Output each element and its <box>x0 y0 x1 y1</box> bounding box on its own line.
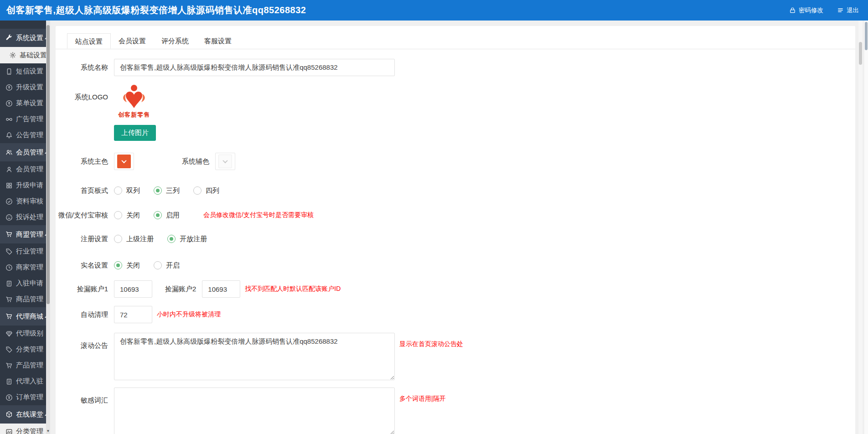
home-layout-row: 首页板式 双列 三列 四列 <box>56 185 855 196</box>
sidebar-item-classroom-category-management[interactable]: 分类管理 <box>0 424 50 434</box>
cube-icon <box>5 411 13 418</box>
cart-icon <box>5 313 13 320</box>
sidebar-item-entry-application[interactable]: 入驻申请 <box>0 275 50 291</box>
fallback-account2-input[interactable] <box>202 280 240 298</box>
system-logo-row: 系统LOGO 创客新零售 上传图片 <box>56 84 855 141</box>
fallback-accounts-row: 捡漏账户1 捡漏账户2 找不到匹配人时默认匹配该账户ID <box>56 280 855 298</box>
fallback-account2-label: 捡漏账户2 <box>165 285 196 294</box>
bell-icon <box>5 132 13 139</box>
sidebar-section-agent-mall[interactable]: 代理商城 <box>0 307 50 326</box>
sidebar-item-industry-management[interactable]: 行业管理 <box>0 243 50 259</box>
system-colors-row: 系统主色 系统辅色 <box>56 153 855 170</box>
up-circle-icon <box>5 84 13 91</box>
people-icon <box>5 149 13 156</box>
sidebar-scrollbar[interactable]: ▼ <box>46 21 50 434</box>
tab-site-settings[interactable]: 站点设置 <box>67 33 111 49</box>
logout-lines-icon <box>837 7 844 14</box>
tab-customer-service-settings[interactable]: 客服设置 <box>196 33 239 49</box>
sidebar-item-upgrade-settings[interactable]: 升级设置 <box>0 79 50 95</box>
radio-icon <box>114 186 122 195</box>
sidebar-section-online-classroom[interactable]: 在线课堂 <box>0 405 50 424</box>
main-area: 站点设置 会员设置 评分系统 客服设置 系统名称 系统LOGO <box>50 21 868 434</box>
radio-layout-four-column[interactable]: 四列 <box>193 186 219 195</box>
radio-audit-on[interactable]: 启用 <box>154 211 180 220</box>
sad-face-icon <box>5 214 13 221</box>
cart-icon <box>5 296 13 303</box>
brand-logo-icon <box>120 84 148 110</box>
sidebar-scroll-down-arrow-icon[interactable]: ▼ <box>46 429 50 434</box>
page-scrollbar[interactable] <box>864 21 868 434</box>
sidebar-item-upgrade-application[interactable]: 升级申请 <box>0 177 50 193</box>
chevron-down-icon <box>121 158 126 163</box>
infinity-icon <box>5 116 13 123</box>
radio-checked-icon <box>114 261 122 269</box>
fallback-note: 找不到匹配人时默认匹配该账户ID <box>245 285 341 293</box>
phone-icon <box>5 68 13 75</box>
sidebar-item-profile-review[interactable]: 资料审核 <box>0 193 50 209</box>
register-settings-label: 注册设置 <box>56 233 108 244</box>
sensitive-words-row: 敏感词汇 多个词语用|隔开 <box>56 388 855 434</box>
clipboard-icon <box>5 378 13 385</box>
tab-member-settings[interactable]: 会员设置 <box>111 33 154 49</box>
tab-rating-system[interactable]: 评分系统 <box>154 33 196 49</box>
page-scrollbar-thumb[interactable] <box>865 22 868 50</box>
top-bar: 创客新零售,超级人脉高级版爆粉裂变倍增人脉源码销售认准qq85268832 密码… <box>0 0 868 21</box>
sidebar-item-complaint-handling[interactable]: 投诉处理 <box>0 209 50 225</box>
sidebar-item-member-management[interactable]: 会员管理 <box>0 161 50 177</box>
secondary-color-picker[interactable] <box>215 153 235 170</box>
radio-checked-icon <box>154 211 162 219</box>
upload-image-button[interactable]: 上传图片 <box>114 125 156 141</box>
sidebar-section-member-management[interactable]: 会员管理 <box>0 143 50 161</box>
up-circle-icon <box>5 100 13 107</box>
sidebar-section-merchant-alliance[interactable]: 商盟管理 <box>0 225 50 243</box>
radio-realname-on[interactable]: 开启 <box>154 261 180 270</box>
radio-layout-two-column[interactable]: 双列 <box>114 186 140 195</box>
home-layout-label: 首页板式 <box>56 185 108 196</box>
radio-icon <box>114 235 122 243</box>
sidebar-section-system-settings[interactable]: 系统设置 <box>0 29 50 47</box>
sidebar-item-announcement-management[interactable]: 公告管理 <box>0 127 50 143</box>
sidebar-item-menu-settings[interactable]: 菜单设置 <box>0 95 50 111</box>
content-scrollbar[interactable] <box>858 21 863 434</box>
radio-register-open[interactable]: 开放注册 <box>167 235 207 243</box>
radio-layout-three-column[interactable]: 三列 <box>154 186 180 195</box>
radio-realname-off[interactable]: 关闭 <box>114 261 140 270</box>
radio-audit-off[interactable]: 关闭 <box>114 211 140 220</box>
clock-icon <box>5 264 13 271</box>
sidebar-scrollbar-thumb[interactable] <box>46 25 50 304</box>
scrolling-announcement-textarea[interactable]: 创客新零售,超级人脉高级版爆粉裂变倍增人脉源码销售认准qq85268832 <box>114 333 395 380</box>
logout-button[interactable]: 退出 <box>837 6 859 15</box>
radio-register-superior[interactable]: 上级注册 <box>114 235 154 243</box>
chevron-down-icon <box>222 158 227 163</box>
scrolling-announcement-row: 滚动公告 创客新零售,超级人脉高级版爆粉裂变倍增人脉源码销售认准qq852688… <box>56 333 855 380</box>
primary-color-picker[interactable] <box>114 153 134 170</box>
sidebar-item-category-management[interactable]: 分类管理 <box>0 341 50 357</box>
content-scrollbar-thumb[interactable] <box>859 42 862 65</box>
settings-card: 站点设置 会员设置 评分系统 客服设置 系统名称 系统LOGO <box>56 26 855 434</box>
realname-settings-label: 实名设置 <box>56 260 108 271</box>
clipboard-icon <box>5 280 13 287</box>
diamond-icon <box>5 330 13 337</box>
sidebar-item-agent-level[interactable]: 代理级别 <box>0 326 50 341</box>
change-password-button[interactable]: 密码修改 <box>789 6 823 15</box>
sidebar-item-sms-settings[interactable]: 短信设置 <box>0 63 50 79</box>
sidebar: 系统设置 基础设置 短信设置 升级设置 菜单设置 广告管理 公告管理 会员管理 … <box>0 21 50 434</box>
tools-icon <box>5 34 13 41</box>
system-name-input[interactable] <box>114 59 395 76</box>
sensitive-words-textarea[interactable] <box>114 388 395 434</box>
audit-note: 会员修改微信/支付宝号时是否需要审核 <box>203 211 314 219</box>
fallback-account1-input[interactable] <box>114 280 152 298</box>
wechat-alipay-audit-row: 微信/支付宝审核 关闭 启用 会员修改微信/支付宝号时是否需要审核 <box>56 210 855 221</box>
sidebar-item-ad-management[interactable]: 广告管理 <box>0 111 50 127</box>
lock-icon <box>789 7 796 14</box>
person-icon <box>5 166 13 173</box>
radio-icon <box>193 186 202 195</box>
sidebar-item-goods-management[interactable]: 商品管理 <box>0 291 50 307</box>
sidebar-item-order-management[interactable]: 订单管理 <box>0 389 50 405</box>
sidebar-item-product-management[interactable]: 产品管理 <box>0 357 50 373</box>
sidebar-item-basic-settings[interactable]: 基础设置 <box>0 47 50 63</box>
sidebar-item-merchant-management[interactable]: 商家管理 <box>0 259 50 275</box>
sidebar-item-agent-entry[interactable]: 代理入驻 <box>0 373 50 389</box>
auto-clean-input[interactable] <box>114 306 152 323</box>
radio-icon <box>114 211 122 219</box>
